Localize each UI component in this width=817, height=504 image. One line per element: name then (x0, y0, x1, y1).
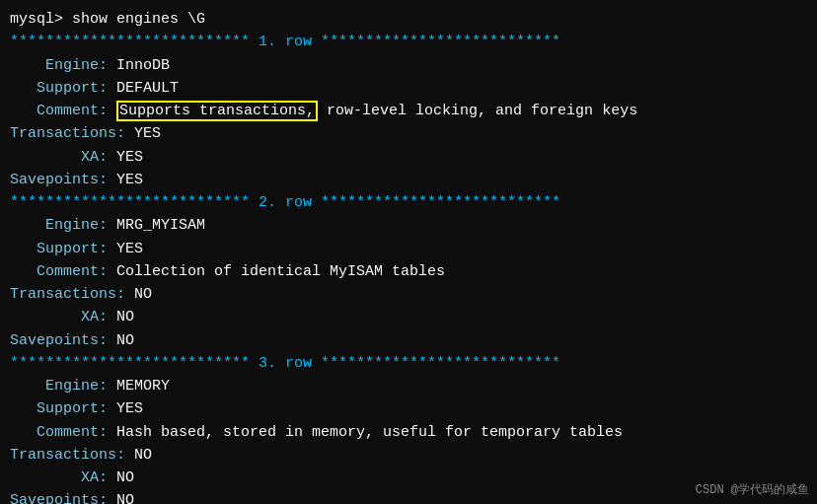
prompt-line: mysql> show engines \G (10, 8, 807, 31)
row1-comment: Comment: Supports transactions, row-leve… (10, 100, 807, 122)
row3-comment: Comment: Hash based, stored in memory, u… (10, 421, 807, 444)
highlight-transactions: Supports transactions, (116, 101, 318, 121)
row3-support: Support: YES (10, 397, 807, 420)
row1-transactions: Transactions: YES (10, 122, 807, 145)
separator-row-2: *************************** 2. row *****… (10, 191, 807, 214)
terminal-window: mysql> show engines \G *****************… (0, 0, 817, 504)
row2-xa: XA: NO (10, 306, 807, 328)
row2-comment: Comment: Collection of identical MyISAM … (10, 260, 807, 283)
row3-engine: Engine: MEMORY (10, 375, 807, 397)
row2-engine: Engine: MRG_MYISAM (10, 214, 807, 237)
row2-support: Support: YES (10, 238, 807, 260)
row1-support: Support: DEFAULT (10, 77, 807, 100)
row2-savepoints: Savepoints: NO (10, 329, 807, 352)
row1-engine: Engine: InnoDB (10, 54, 807, 77)
separator-row-3: *************************** 3. row *****… (10, 352, 807, 375)
row2-transactions: Transactions: NO (10, 283, 807, 306)
row3-xa: XA: NO (10, 467, 807, 489)
row3-savepoints: Savepoints: NO (10, 489, 807, 504)
row1-xa: XA: YES (10, 146, 807, 169)
watermark: CSDN @学代码的咸鱼 (696, 481, 809, 498)
row1-savepoints: Savepoints: YES (10, 169, 807, 191)
row3-transactions: Transactions: NO (10, 444, 807, 467)
separator-row-1: *************************** 1. row *****… (10, 31, 807, 53)
